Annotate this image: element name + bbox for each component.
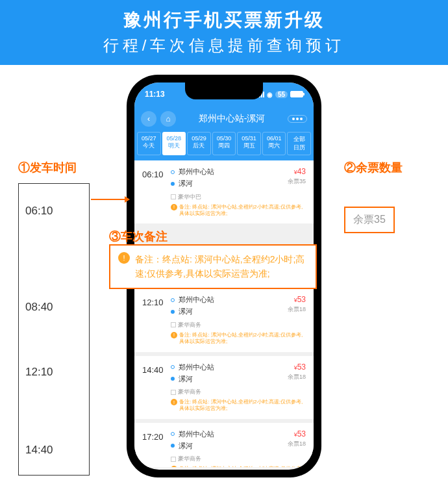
tickets-left: 余票18 [288,373,306,381]
route-tag: 豪华中巴 [171,193,201,201]
route-time: 14:40 [142,362,171,412]
banner-title: 豫州行手机买票新升级 [0,8,448,32]
arrow-right-icon [91,196,130,203]
route-to: 漯河 [171,441,306,451]
battery-percent: 55 [275,91,288,98]
tickets-left: 余票18 [288,440,306,448]
tickets-left: 余票35 [288,177,306,186]
info-icon: ! [118,252,130,264]
date-tab[interactable]: 05/31周五 [237,132,261,155]
left-label: ①发车时间 [18,160,122,175]
time-item: 14:40 [25,444,53,457]
date-tab[interactable]: 05/27今天 [137,132,161,155]
route-from: 郑州中心站 [171,362,306,372]
route-price: ¥53 [288,429,306,438]
date-tab[interactable]: 05/30周四 [212,132,236,155]
route-tag: 豪华商务 [171,455,201,463]
back-button[interactable]: ‹ [141,111,156,127]
annotation-left: ①发车时间 06:10 08:40 12:10 14:40 [18,160,122,476]
route-item[interactable]: 17:20 郑州中心站 漯河 豪华商务 !备注: 终点站: 漯河中心站,全程约2… [134,423,314,467]
date-tab[interactable]: 05/28明天 [162,132,186,155]
route-to: 漯河 [171,374,306,384]
date-tab[interactable]: 06/01周六 [262,132,286,155]
route-tag: 豪华商务 [171,321,201,329]
battery-icon [290,91,303,97]
annotation-right: ②余票数量 余票35 [344,160,435,238]
time-item: 12:10 [25,366,53,379]
time-item: 08:40 [25,301,53,314]
home-button[interactable]: ⌂ [160,111,176,127]
route-tag: 豪华商务 [171,388,201,396]
route-note: !备注: 终点站: 漯河中心站,全程约2小时;高速;仅供参考,具体以实际运营为准… [171,466,306,467]
banner: 豫州行手机买票新升级 行程/车次信息提前查询预订 [0,0,448,65]
time-box: 06:10 08:40 12:10 14:40 [18,183,90,476]
callout-text: 备注：终点站: 漯河中心站,全程约2小时;高速;仅供参考,具体以实际运营为准; [135,252,308,281]
wifi-icon: ◉ [267,91,273,98]
nav-bar: ‹ ⌂ 郑州中心站-漯河 [134,106,314,132]
ticket-example-box: 余票35 [344,207,395,233]
route-price: ¥53 [288,295,306,304]
route-from: 郑州中心站 [171,295,306,305]
date-tab[interactable]: 全部日历 [287,132,311,155]
route-to: 漯河 [171,179,306,188]
route-price: ¥53 [288,362,306,372]
status-time: 11:13 [145,90,165,99]
phone-notch [185,82,263,99]
route-time: 12:10 [142,295,171,345]
tickets-left: 余票18 [288,305,306,314]
route-note: !备注: 终点站: 漯河中心站,全程约2小时;高速;仅供参考,具体以实际运营为准… [171,399,306,412]
route-to: 漯河 [171,307,306,316]
status-icons: ◉ 55 [257,91,303,98]
route-list[interactable]: 06:10 郑州中心站 漯河 豪华中巴 !备注: 终点站: 漯河中心站,全程约2… [134,160,314,467]
route-note: !备注: 终点站: 漯河中心站,全程约2小时;高速;仅供参考,具体以实际运营为准… [171,204,306,218]
route-from: 郑州中心站 [171,429,306,439]
more-button[interactable] [288,115,307,123]
route-note: !备注: 终点站: 漯河中心站,全程约2小时;高速;仅供参考,具体以实际运营为准… [171,332,306,346]
date-tab[interactable]: 05/29后天 [187,132,211,155]
callout-box: ! 备注：终点站: 漯河中心站,全程约2小时;高速;仅供参考,具体以实际运营为准… [109,244,317,289]
route-price: ¥43 [288,167,306,176]
route-item[interactable]: 06:10 郑州中心站 漯河 豪华中巴 !备注: 终点站: 漯河中心站,全程约2… [134,160,314,223]
route-time: 06:10 [142,167,171,217]
banner-subtitle: 行程/车次信息提前查询预订 [0,35,448,56]
time-item: 06:10 [25,205,53,218]
route-item[interactable]: 12:10 郑州中心站 漯河 豪华商务 !备注: 终点站: 漯河中心站,全程约2… [134,288,314,351]
route-from: 郑州中心站 [171,167,306,177]
nav-title: 郑州中心站-漯河 [176,113,288,125]
date-tabs: 05/27今天05/28明天05/29后天05/30周四05/31周五06/01… [134,132,314,160]
route-item[interactable]: 14:40 郑州中心站 漯河 豪华商务 !备注: 终点站: 漯河中心站,全程约2… [134,356,314,419]
callout-label: ③车次备注 [109,229,168,244]
route-time: 17:20 [142,429,171,467]
right-label: ②余票数量 [344,160,435,175]
